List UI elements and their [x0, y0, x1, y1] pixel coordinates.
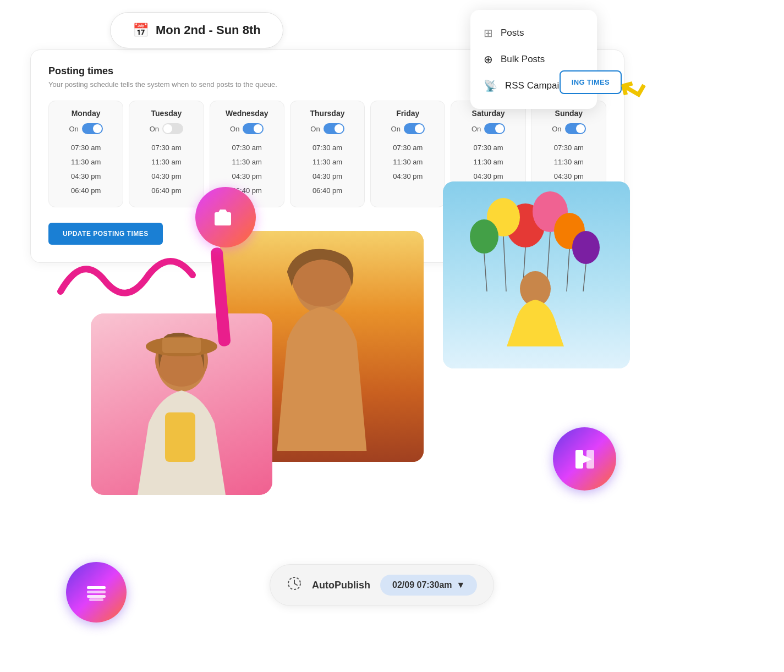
date-range-pill[interactable]: 📅 Mon 2nd - Sun 8th: [110, 12, 283, 48]
time-slot-friday-2[interactable]: 11:30 am: [376, 156, 439, 168]
day-column-thursday: Thursday On 07:30 am 11:30 am 04:30 pm 0…: [290, 101, 365, 207]
balloons-svg: [454, 181, 619, 346]
toggle-label-saturday: On: [472, 125, 481, 133]
clock-dashed-icon: [287, 576, 302, 591]
woman-phone-image: [91, 313, 272, 495]
time-slot-thursday-4[interactable]: 06:40 pm: [296, 185, 359, 196]
camera-icon-circle: [195, 187, 256, 247]
update-posting-times-button[interactable]: UPDATE POSTING TIMES: [48, 223, 163, 245]
toggle-label-thursday: On: [310, 125, 320, 133]
rss-icon: 📡: [484, 79, 497, 92]
posts-dropdown-menu: ⊞ Posts ⊕ Bulk Posts 📡 RSS Campaigns: [470, 10, 597, 109]
svg-rect-23: [87, 595, 106, 598]
autopublish-bar: AutoPublish 02/09 07:30am ▼: [270, 564, 494, 606]
woman-balloons-image: [443, 181, 630, 368]
day-label-wednesday: Wednesday: [216, 109, 278, 118]
camera-icon: [212, 203, 239, 231]
svg-line-18: [484, 254, 487, 291]
day-column-monday: Monday On 07:30 am 11:30 am 04:30 pm 06:…: [48, 101, 123, 207]
day-column-tuesday: Tuesday On 07:30 am 11:30 am 04:30 pm 06…: [129, 101, 204, 207]
toggle-label-monday: On: [69, 125, 78, 133]
menu-item-posts[interactable]: ⊞ Posts: [470, 20, 597, 46]
time-slot-friday-1[interactable]: 07:30 am: [376, 142, 439, 153]
time-slot-monday-2[interactable]: 11:30 am: [54, 156, 117, 168]
time-slot-sunday-2[interactable]: 11:30 am: [538, 156, 600, 168]
time-slot-tuesday-4[interactable]: 06:40 pm: [135, 185, 198, 196]
time-slot-saturday-2[interactable]: 11:30 am: [457, 156, 519, 168]
time-slot-wednesday-3[interactable]: 04:30 pm: [216, 170, 278, 182]
play-icon: [571, 445, 599, 473]
svg-rect-25: [89, 598, 103, 601]
time-slot-wednesday-1[interactable]: 07:30 am: [216, 142, 278, 153]
wavy-decoration: [55, 247, 198, 313]
svg-point-17: [470, 219, 498, 254]
svg-point-19: [572, 231, 600, 264]
calendar-icon: 📅: [133, 23, 149, 38]
time-slot-sunday-3[interactable]: 04:30 pm: [538, 170, 600, 182]
toggle-sunday[interactable]: [565, 123, 586, 134]
time-slot-tuesday-2[interactable]: 11:30 am: [135, 156, 198, 168]
time-slot-tuesday-1[interactable]: 07:30 am: [135, 142, 198, 153]
autopublish-dropdown-icon: ▼: [457, 580, 465, 590]
time-slot-monday-4[interactable]: 06:40 pm: [54, 185, 117, 196]
toggle-tuesday[interactable]: [162, 123, 183, 134]
day-label-thursday: Thursday: [296, 109, 359, 118]
time-slot-monday-3[interactable]: 04:30 pm: [54, 170, 117, 182]
toggle-label-tuesday: On: [150, 125, 159, 133]
grid-icon: ⊞: [484, 26, 493, 40]
toggle-saturday[interactable]: [484, 123, 505, 134]
svg-rect-8: [162, 338, 201, 353]
time-slot-saturday-1[interactable]: 07:30 am: [457, 142, 519, 153]
toggle-label-sunday: On: [552, 125, 561, 133]
play-icon-circle: [553, 427, 616, 491]
autopublish-date-label: 02/09 07:30am: [392, 580, 452, 590]
menu-posts-label: Posts: [501, 27, 524, 38]
time-slot-thursday-3[interactable]: 04:30 pm: [296, 170, 359, 182]
svg-line-20: [583, 264, 586, 291]
day-column-friday: Friday On 07:30 am 11:30 am 04:30 pm: [370, 101, 445, 207]
menu-item-bulk-posts[interactable]: ⊕ Bulk Posts: [470, 46, 597, 73]
day-label-saturday: Saturday: [457, 109, 519, 118]
time-slot-thursday-1[interactable]: 07:30 am: [296, 142, 359, 153]
time-slot-thursday-2[interactable]: 11:30 am: [296, 156, 359, 168]
svg-point-1: [223, 217, 228, 221]
woman-phone-silhouette: [110, 324, 253, 495]
autopublish-date-button[interactable]: 02/09 07:30am ▼: [380, 575, 477, 596]
time-slot-sunday-1[interactable]: 07:30 am: [538, 142, 600, 153]
svg-line-14: [503, 236, 506, 291]
plus-circle-icon: ⊕: [484, 53, 493, 66]
day-label-sunday: Sunday: [538, 109, 600, 118]
date-range-label: Mon 2nd - Sun 8th: [156, 23, 261, 37]
day-label-monday: Monday: [54, 109, 117, 118]
day-label-tuesday: Tuesday: [135, 109, 198, 118]
time-slot-tuesday-3[interactable]: 04:30 pm: [135, 170, 198, 182]
toggle-label-friday: On: [391, 125, 401, 133]
svg-line-16: [567, 249, 569, 291]
autopublish-icon: [287, 576, 302, 594]
svg-rect-24: [87, 586, 106, 589]
toggle-thursday[interactable]: [324, 123, 344, 134]
stack-icon: [83, 579, 110, 606]
toggle-label-wednesday: On: [230, 125, 239, 133]
day-label-friday: Friday: [376, 109, 439, 118]
svg-rect-5: [165, 412, 195, 462]
svg-rect-22: [87, 591, 106, 593]
stack-icon-circle: [66, 562, 127, 623]
svg-line-31: [294, 583, 297, 585]
toggle-friday[interactable]: [404, 123, 425, 134]
update-posting-times-topright-button[interactable]: ING TIMES: [560, 70, 622, 94]
time-slot-monday-1[interactable]: 07:30 am: [54, 142, 117, 153]
toggle-wednesday[interactable]: [243, 123, 264, 134]
time-slot-friday-3[interactable]: 04:30 pm: [376, 170, 439, 182]
autopublish-label: AutoPublish: [312, 580, 370, 591]
toggle-monday[interactable]: [82, 123, 103, 134]
time-slot-wednesday-2[interactable]: 11:30 am: [216, 156, 278, 168]
time-slot-saturday-3[interactable]: 04:30 pm: [457, 170, 519, 182]
menu-bulk-label: Bulk Posts: [501, 54, 545, 65]
